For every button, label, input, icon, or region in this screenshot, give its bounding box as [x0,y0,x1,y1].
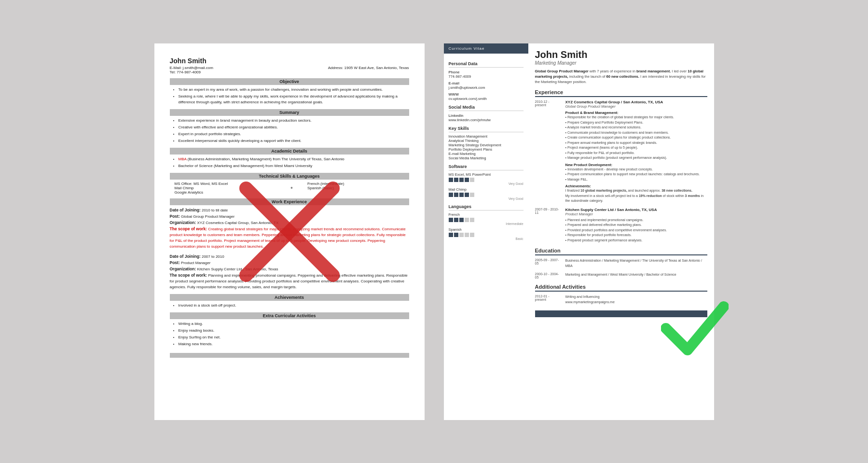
edu-content-0: Business Administration / Marketing Mana… [565,258,707,268]
skill-sq [454,233,458,237]
left-objective-header: Objective [170,78,409,85]
lang-name-0: French [449,212,524,217]
skill-sq [454,178,458,182]
list-item: Spanish (basic) [307,186,409,190]
skill-sq [470,233,474,237]
left-objective-list: To be an expert in my area of work, with… [170,87,409,105]
post-label2: Post: [170,260,180,265]
list-item: Mail Chimp [175,186,276,190]
skill-sq [465,178,469,182]
list-item: Excellent interpersonal skills quickly d… [179,138,409,144]
list-item: Enjoy reading books. [179,328,409,334]
list-item: Involved in a stock sell-off project. [179,303,409,309]
achievement-text-0: I finalized 10 global marketing projects… [565,188,707,204]
skill-sq [470,178,474,182]
additional-block-0: 2012-01 - present Writing and Influencin… [535,295,707,305]
additional-date-0: 2012-01 - present [535,295,562,305]
left-job1: Date of Joining: 2010 to till date Post:… [170,207,409,250]
list-item: Expert in product portfolio strategies. [179,131,409,137]
right-resume: Curriculum Vitae Personal Data Phone 774… [444,43,714,420]
org-label: Organization: [170,220,196,225]
exp-sub3-0: Achievements: [565,184,707,188]
lang-bar-0 [449,218,524,222]
left-tel: Tel: 774-987-4009 [170,70,201,74]
skill-sq [449,218,453,222]
list-item: Creative with effective and efficient or… [179,125,409,130]
additional-activity-0: Writing and Influencing www.mymarketingc… [565,295,707,305]
left-summary-list: Extensive experience in brand management… [170,118,409,144]
main-container: John Smith E-Mail: j.smith@mail.com Tel:… [135,24,733,439]
lang-bar-1 [449,233,524,237]
edu-content-1: Marketing and Management / West Miami Un… [565,272,707,279]
skill-sq [449,233,453,237]
left-email: E-Mail: j.smith@mail.com [170,66,213,70]
right-sidebar: Curriculum Vitae Personal Data Phone 774… [444,43,528,420]
software-item-0: MS Excel, MS PowerPoint Very Good [449,172,524,185]
left-skills-col2: French (intermediate) Spanish (basic) [307,182,409,195]
lang-level-0: Intermediate [449,222,524,225]
exp-sub1-0: Product & Brand Management: [565,111,707,115]
right-job-title: Marketing Manager [535,60,707,66]
right-footer-bar [535,310,707,317]
list-item: MS Office: MS Word, MS Excel [175,182,276,186]
software-bar-1 [449,193,524,197]
right-main: John Smith Marketing Manager Global Grou… [528,43,714,420]
lang-level-1: Basic [449,237,524,240]
left-contact-row: E-Mail: j.smith@mail.com Tel: 774-987-40… [170,66,409,74]
left-address: Address: 1905 W East Ave, San Antonio, T… [328,66,409,74]
sidebar-languages-title: Languages [449,204,524,210]
edu-block-1: 2000-10 - 2004-05 Marketing and Manageme… [535,272,707,279]
list-item: Bachelor of Science (Marketing and Manag… [179,163,409,169]
left-job2: Date of Joining: 2007 to 2010 Post: Prod… [170,253,409,290]
software-level-0: Very Good [449,182,524,185]
skill-sq [470,193,474,197]
list-item: Marketing Strategy Development [449,143,524,147]
left-academic-list: MBA (Business Administration, Marketing … [170,156,409,169]
sidebar-skills-title: Key Skills [449,126,524,132]
lang-item-0: French Intermediate [449,212,524,225]
activity-detail: www.mymarketingcampaigns.me [565,300,615,304]
exp-bullets1-0: • Responsible for the creation of global… [565,115,707,161]
software-item-1: Mail Chimp Very Good [449,187,524,200]
left-footer-bar [170,353,409,358]
skill-sq [459,233,464,237]
bullet-separator: • [290,182,293,195]
exp-role-1: Product Manager [565,212,707,216]
exp-block-0: 2010-12 - present XYZ Cosmetics Capital … [535,100,707,204]
edu-degree-1: Marketing and Management / West Miami Un… [565,272,707,278]
list-item: Google Analytics [175,190,276,195]
list-item: Portfolio Deployment Plans [449,147,524,152]
software-name-0: MS Excel, MS PowerPoint [449,172,524,177]
skill-sq [459,193,464,197]
edu-block-0: 2005-09 - 2007-05 Business Administratio… [535,258,707,268]
left-skills-col1: MS Office: MS Word, MS Excel Mail Chimp … [175,182,276,195]
date-label2: Date of Joining: [170,254,201,259]
skill-sq [449,178,453,182]
exp-date-1: 2007-09 - 2010-11 [535,208,562,243]
right-summary: Global Group Product Manager with 7 year… [535,69,707,85]
left-academic-header: Academic Details [170,148,409,154]
post-label: Post: [170,214,180,219]
edu-degree-0: Business Administration / Marketing Mana… [565,258,707,268]
post-value2: Product Manager [181,261,210,265]
org-label2: Organization: [170,267,196,271]
skill-sq [465,233,469,237]
sidebar-content: Personal Data Phone 774-987-4009 E-mail … [444,54,528,246]
email-value: j.smith@uptowork.com [449,85,524,90]
sidebar-personal-title: Personal Data [449,61,524,68]
list-item: Extensive experience in brand management… [179,118,409,124]
left-work-header: Work Experience [170,198,409,205]
scope-label-bad: The scope of work: [170,226,207,231]
linkedin-label: LinkedIn [449,113,524,118]
list-item: Analytical Thinking [449,139,524,143]
scope-label2: The scope of work: [170,273,207,278]
additional-section-title: Additional Activities [535,284,707,292]
left-achievements-header: Achievements [170,294,409,301]
right-resume-wrapper: Curriculum Vitae Personal Data Phone 774… [444,43,714,420]
left-achievements-list: Involved in a stock sell-off project. [170,303,409,309]
org-value2: Kitchen Supply Center Ltd., San Antonio,… [197,267,278,271]
software-name-1: Mail Chimp [449,187,524,192]
exp-company-0: XYZ Cosmetics Capital Group / San Antoni… [565,100,707,104]
skill-sq [470,218,474,222]
phone-label: Phone [449,70,524,74]
